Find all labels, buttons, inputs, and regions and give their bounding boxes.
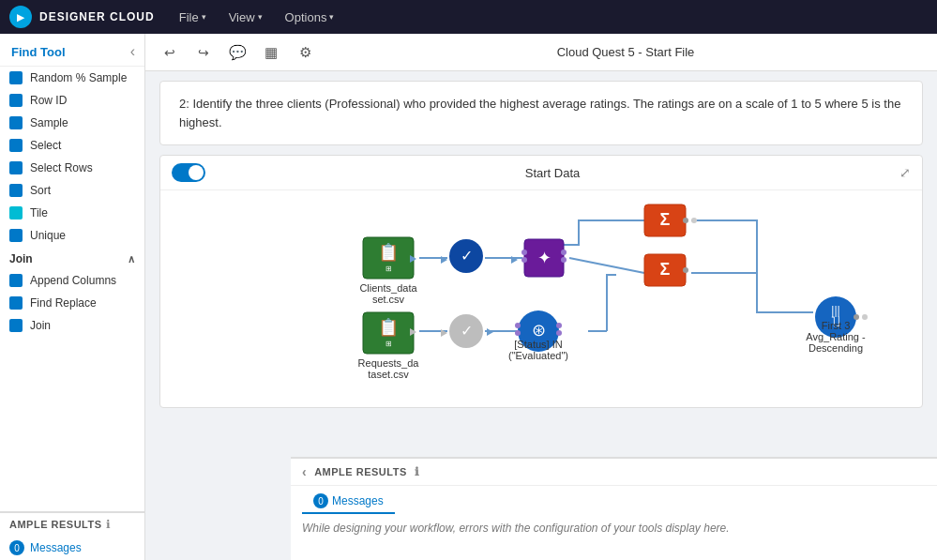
- sample-results-content: While designing your workflow, errors wi…: [291, 514, 937, 542]
- tool-icon: [9, 296, 23, 310]
- messages-label[interactable]: Messages: [30, 541, 82, 554]
- svg-marker-56: [487, 328, 493, 336]
- nav-options[interactable]: Options ▾: [276, 7, 344, 28]
- svg-text:⊞: ⊞: [385, 340, 392, 348]
- tool-icon: [9, 274, 23, 287]
- messages-tab[interactable]: 0 Messages: [0, 536, 144, 560]
- messages-count-badge: 0: [313, 493, 328, 508]
- tool-icon: [9, 161, 23, 174]
- nav-view[interactable]: View ▾: [219, 7, 272, 28]
- sidebar-item-select-rows[interactable]: Select Rows: [0, 157, 144, 179]
- tool-icon: [9, 116, 23, 129]
- canvas-wrapper: 2: Identify the three clients (Professio…: [145, 71, 937, 560]
- expand-button[interactable]: ⤢: [899, 165, 911, 180]
- sidebar-sample-results: AMPLE RESULTS ℹ 0 Messages: [0, 511, 144, 560]
- workflow-canvas[interactable]: Start Data ⤢: [159, 155, 923, 408]
- messages-tab-main[interactable]: 0 Messages: [302, 490, 395, 514]
- chevron-down-icon: ▾: [258, 12, 263, 22]
- requests-data-node[interactable]: 📋 ⊞: [363, 312, 414, 354]
- comment-button[interactable]: 💬: [224, 39, 250, 66]
- svg-text:📋: 📋: [378, 242, 400, 263]
- sidebar-item-tile[interactable]: Tile: [0, 202, 144, 224]
- sidebar-header: Find Tool: [11, 45, 66, 59]
- join-node[interactable]: ✦: [524, 239, 564, 277]
- svg-text:Descending: Descending: [809, 342, 863, 354]
- workflow-header: Start Data ⤢: [160, 156, 922, 190]
- nav-file[interactable]: File ▾: [170, 7, 216, 28]
- grid-icon: ▦: [264, 44, 278, 61]
- sidebar-collapse-btn[interactable]: ‹: [130, 43, 135, 60]
- svg-text:✓: ✓: [461, 248, 473, 264]
- sidebar-list: Random % Sample Row ID Sample Select Sel…: [0, 67, 144, 511]
- toggle-switch[interactable]: [172, 163, 205, 182]
- tool-icon: [9, 139, 23, 152]
- svg-text:("Evaluated"): ("Evaluated"): [508, 350, 568, 361]
- svg-text:⊛: ⊛: [532, 321, 546, 340]
- sidebar-section-join[interactable]: Join ∧: [0, 247, 144, 269]
- sidebar-item-random-sample[interactable]: Random % Sample: [0, 67, 144, 89]
- sample-tabs: 0 Messages: [291, 490, 937, 514]
- svg-point-21: [561, 250, 567, 255]
- svg-text:First 3: First 3: [822, 320, 851, 331]
- sidebar-item-sample[interactable]: Sample: [0, 112, 144, 134]
- info-circle-icon: ℹ: [415, 465, 420, 478]
- settings-icon: ⚙: [299, 44, 311, 61]
- sum-bottom-node[interactable]: Σ: [644, 254, 686, 286]
- sidebar-item-join[interactable]: Join: [0, 314, 144, 337]
- svg-point-25: [683, 218, 688, 223]
- sidebar-item-append-columns[interactable]: Append Columns: [0, 269, 144, 292]
- sample-results-header-main: ‹ AMPLE RESULTS ℹ: [291, 459, 937, 486]
- nav-menu: File ▾ View ▾ Options ▾: [170, 7, 344, 28]
- brand-name: DESIGNER CLOUD: [39, 10, 155, 23]
- sidebar-item-unique[interactable]: Unique: [0, 224, 144, 247]
- svg-point-19: [521, 250, 527, 255]
- svg-text:Clients_data: Clients_data: [359, 282, 417, 294]
- svg-point-22: [561, 257, 567, 263]
- svg-point-20: [521, 257, 527, 263]
- check1-node[interactable]: ✓: [449, 239, 483, 273]
- messages-badge: 0: [9, 540, 24, 555]
- info-icon: ℹ: [106, 518, 111, 531]
- svg-text:Σ: Σ: [660, 260, 671, 279]
- brand: ▶ DESIGNER CLOUD: [9, 6, 155, 28]
- svg-text:✦: ✦: [537, 249, 552, 267]
- undo-button[interactable]: ↩: [157, 39, 183, 66]
- svg-point-49: [515, 330, 521, 336]
- workflow-title: Start Data: [525, 166, 581, 180]
- sidebar-item-select[interactable]: Select: [0, 134, 144, 157]
- sample-results-header: AMPLE RESULTS ℹ: [0, 513, 144, 536]
- toolbar: ↩ ↪ 💬 ▦ ⚙ Cloud Quest 5 - Start File: [145, 34, 937, 71]
- sidebar-item-find-replace[interactable]: Find Replace: [0, 292, 144, 314]
- chevron-down-icon: ▾: [202, 12, 206, 22]
- sample-results-panel: ‹ AMPLE RESULTS ℹ 0 Messages While desig…: [291, 457, 937, 560]
- sidebar: Find Tool ‹ Random % Sample Row ID Sampl…: [0, 34, 145, 560]
- question-banner: 2: Identify the three clients (Professio…: [159, 81, 923, 145]
- grid-button[interactable]: ▦: [258, 39, 284, 66]
- settings-button[interactable]: ⚙: [292, 39, 318, 66]
- svg-text:set.csv: set.csv: [372, 294, 405, 305]
- sidebar-item-row-id[interactable]: Row ID: [0, 89, 144, 112]
- redo-button[interactable]: ↪: [190, 39, 217, 66]
- sum-top-node[interactable]: Σ: [644, 204, 686, 236]
- svg-point-33: [854, 314, 859, 320]
- chevron-up-icon: ∧: [128, 253, 135, 265]
- brand-icon: ▶: [9, 6, 32, 28]
- tool-icon: [9, 229, 23, 242]
- tool-icon: [9, 319, 23, 332]
- tool-icon: [9, 94, 23, 107]
- content-area: ↩ ↪ 💬 ▦ ⚙ Cloud Quest 5 - Start File 2: …: [145, 34, 937, 560]
- svg-text:[Status] IN: [Status] IN: [514, 339, 562, 350]
- svg-text:Σ: Σ: [660, 210, 671, 229]
- svg-point-34: [862, 314, 868, 320]
- chevron-down-icon: ▾: [329, 12, 334, 22]
- svg-point-50: [556, 323, 562, 328]
- clients-data-node[interactable]: 📋 ⊞: [363, 237, 414, 279]
- left-arrow-icon[interactable]: ‹: [302, 464, 307, 479]
- svg-point-26: [691, 218, 697, 223]
- tool-icon: [9, 206, 23, 219]
- svg-text:Avg_Rating -: Avg_Rating -: [806, 331, 866, 342]
- svg-point-48: [515, 323, 521, 328]
- sidebar-item-sort[interactable]: Sort: [0, 179, 144, 202]
- navbar: ▶ DESIGNER CLOUD File ▾ View ▾ Options ▾: [0, 0, 937, 34]
- check2-node[interactable]: ✓: [449, 314, 483, 348]
